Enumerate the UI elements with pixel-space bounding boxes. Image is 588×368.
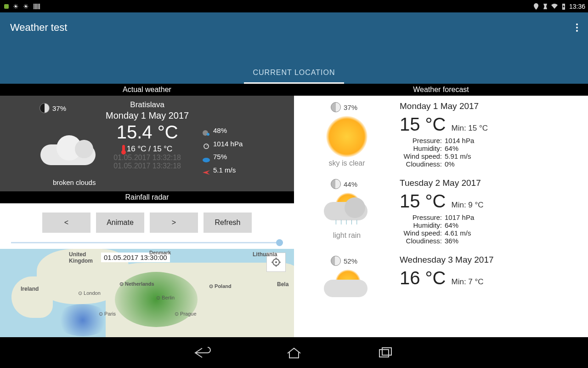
map-city-berlin: Berlin: [156, 295, 175, 301]
fc-pressure: 1014 hPa: [445, 137, 474, 144]
fc-min: Min: 7 °C: [452, 277, 484, 287]
map-label-poland: Poland: [209, 283, 232, 289]
map-city-london: London: [78, 290, 101, 296]
left-column: Actual weather 37% Bratislava Monday 1 M…: [0, 84, 294, 337]
timestamp-2: 01.05.2017 13:32:18: [106, 162, 189, 170]
app-bar: Weather test CURRENT LOCATION: [0, 12, 588, 84]
fc-moon: 37%: [344, 104, 357, 111]
fc-cloud-label: Cloudiness:: [400, 237, 442, 245]
fc-wind: 5.91 m/s: [445, 152, 471, 160]
map-city-paris: Paris: [99, 311, 116, 317]
tab-bar: CURRENT LOCATION: [0, 63, 588, 84]
cloud-pct-icon: [202, 154, 210, 160]
pressure-value: 1014 hPa: [213, 138, 243, 151]
sun-icon: [326, 116, 368, 157]
timestamp-1: 01.05.2017 13:32:18: [106, 154, 189, 162]
minmax-temp: 16 °C / 15 °C: [127, 144, 173, 154]
battery-charging-icon: [560, 3, 567, 10]
svg-rect-0: [4, 4, 9, 9]
android-icon: [3, 3, 10, 10]
actual-weather-header: Actual weather: [0, 84, 294, 96]
weather-description: broken clouds: [53, 178, 96, 186]
fc-cloud: 0%: [445, 160, 455, 168]
wifi-icon: [551, 3, 558, 10]
forecast-item[interactable]: 44% | | | | | light rain Tuesday 2 May 2…: [294, 172, 588, 249]
moon-phase-icon: [331, 102, 341, 112]
forecast-header: Weather forecast: [294, 84, 588, 96]
svg-rect-8: [379, 350, 389, 357]
fc-min: Min: 15 °C: [452, 124, 488, 133]
nav-back-button[interactable]: [193, 346, 211, 360]
fc-wind-label: Wind speed:: [400, 229, 442, 237]
forecast-item[interactable]: 52% Wednesday 3 May 2017 16 °CMin: 7 °C: [294, 249, 588, 311]
fc-date: Tuesday 2 May 2017: [400, 178, 588, 188]
pressure-icon: [202, 141, 210, 147]
fc-pressure-label: Pressure:: [400, 213, 442, 221]
humidity-icon: [202, 127, 210, 134]
map-label-uk: United Kingdom: [69, 251, 93, 264]
actual-weather-card: 37% Bratislava Monday 1 May 2017 15.4 °C…: [0, 96, 294, 191]
cloud-pct-value: 75%: [213, 150, 227, 164]
thermometer-icon: [122, 145, 125, 153]
map-label-bela: Bela: [277, 281, 288, 288]
fc-min: Min: 9 °C: [452, 201, 484, 210]
sun-cloud-icon: [322, 270, 372, 306]
moon-phase-icon: [40, 103, 50, 113]
current-temp: 15.4 °C: [106, 122, 189, 143]
fc-desc: light rain: [333, 231, 361, 240]
svg-rect-9: [382, 348, 391, 355]
barcode-icon: [33, 3, 40, 10]
fc-wind: 4.61 m/s: [445, 229, 471, 237]
wind-icon: [202, 167, 210, 173]
current-date: Monday 1 May 2017: [106, 110, 189, 121]
map-city-prague: Prague: [175, 311, 197, 317]
vibrate-icon: [542, 3, 549, 10]
fc-pressure-label: Pressure:: [400, 137, 442, 144]
radar-animate-button[interactable]: Animate: [96, 213, 144, 233]
map-label-ireland: Ireland: [21, 286, 39, 292]
fc-moon: 52%: [344, 257, 357, 265]
map-label-netherlands: Netherlands: [119, 281, 154, 287]
svg-point-7: [275, 261, 277, 263]
radar-next-button[interactable]: >: [150, 213, 198, 233]
cloud-icon: [36, 132, 105, 164]
right-column: Weather forecast 37% sky is clear Monday…: [294, 84, 588, 337]
nav-recents-button[interactable]: [377, 346, 395, 360]
fc-temp: 16 °C: [400, 268, 446, 288]
fc-humidity-label: Humidity:: [400, 144, 442, 152]
map-label-denmark: Denmark: [149, 250, 171, 255]
moon-phase-icon: [331, 179, 341, 189]
radar-map[interactable]: 01.05.2017 13:30:00 United Kingdom Irela…: [0, 249, 294, 337]
svg-point-5: [203, 158, 210, 162]
moon-phase-icon: [331, 256, 341, 266]
brightness-icon: ☀: [13, 3, 20, 10]
radar-controls: < Animate > Refresh: [0, 203, 294, 242]
fc-wind-label: Wind speed:: [400, 152, 442, 160]
moon-phase-value: 37%: [52, 104, 66, 112]
brightness-icon-2: ☀: [23, 3, 30, 10]
overflow-menu-button[interactable]: [574, 22, 580, 34]
fc-temp: 15 °C: [400, 114, 446, 135]
map-label-lithuania: Lithuania: [253, 251, 277, 258]
wind-value: 5.1 m/s: [213, 164, 236, 177]
radar-slider[interactable]: [0, 242, 294, 249]
radar-prev-button[interactable]: <: [42, 213, 90, 233]
slider-thumb[interactable]: [276, 239, 283, 246]
city-name: Bratislava: [106, 100, 189, 109]
app-title: Weather test: [10, 22, 67, 34]
tab-current-location[interactable]: CURRENT LOCATION: [244, 63, 345, 84]
forecast-item[interactable]: 37% sky is clear Monday 1 May 2017 15 °C…: [294, 96, 588, 172]
fc-pressure: 1017 hPa: [445, 213, 474, 221]
fc-cloud-label: Cloudiness:: [400, 160, 442, 168]
nav-bar: [0, 337, 588, 368]
humidity-value: 48%: [213, 124, 227, 138]
location-icon: [532, 3, 540, 10]
nav-home-button[interactable]: [285, 346, 303, 360]
fc-humidity: 64%: [445, 221, 458, 229]
fc-humidity-label: Humidity:: [400, 221, 442, 229]
fc-cloud: 36%: [445, 237, 458, 245]
fc-date: Wednesday 3 May 2017: [400, 255, 588, 265]
status-bar: ☀ ☀ 13:36: [0, 0, 588, 12]
radar-refresh-button[interactable]: Refresh: [204, 213, 252, 233]
fc-humidity: 64%: [445, 144, 458, 152]
